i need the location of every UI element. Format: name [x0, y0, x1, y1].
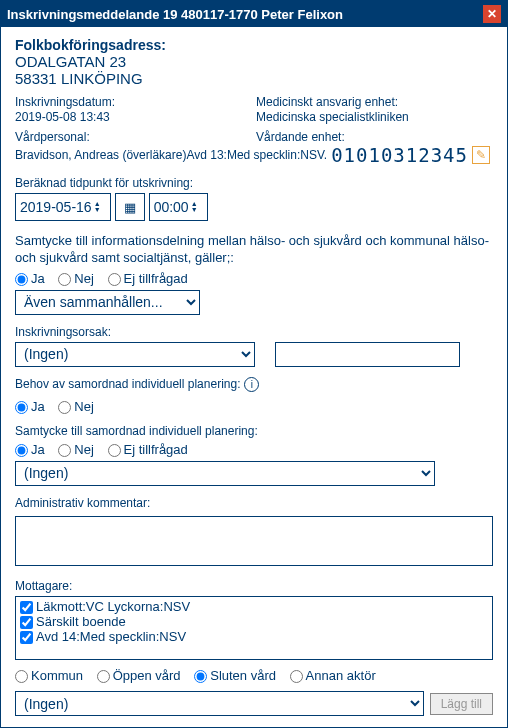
origin-select[interactable]: (Ingen): [15, 691, 424, 716]
origin-oppen-radio[interactable]: [97, 670, 110, 683]
origin-annan[interactable]: Annan aktör: [290, 668, 376, 683]
origin-add-row: (Ingen) Lägg till: [15, 691, 493, 716]
origin-annan-label: Annan aktör: [306, 668, 376, 683]
sip-ja[interactable]: Ja: [15, 399, 45, 414]
admin-comment-label: Administrativ kommentar:: [15, 496, 493, 510]
discharge-date-value: 2019-05-16: [20, 199, 92, 215]
reason-label: Inskrivningsorsak:: [15, 325, 493, 339]
consent2-ja-radio[interactable]: [15, 444, 28, 457]
recipient-item[interactable]: Läkmott:VC Lyckorna:NSV: [20, 599, 488, 614]
consent2-ja-label: Ja: [31, 442, 45, 457]
consent1-scope-select[interactable]: Även sammanhållen...: [15, 290, 200, 315]
consent2-ej-label: Ej tillfrågad: [124, 442, 188, 457]
staff-col: Vårdpersonal:: [15, 130, 252, 144]
dialog-content: Folkbokföringsadress: ODALGATAN 23 58331…: [1, 27, 507, 727]
wardunit-col: Vårdande enhet:: [256, 130, 493, 144]
edit-phone-button[interactable]: ✎: [472, 146, 490, 164]
origin-kommun-radio[interactable]: [15, 670, 28, 683]
discharge-time-value: 00:00: [154, 199, 189, 215]
close-button[interactable]: ✕: [483, 5, 501, 23]
staff-label: Vårdpersonal:: [15, 130, 252, 144]
origin-oppen-label: Öppen vård: [113, 668, 181, 683]
origin-radios: Kommun Öppen vård Sluten vård Annan aktö…: [15, 668, 493, 683]
consent2-ja[interactable]: Ja: [15, 442, 45, 457]
add-recipient-button[interactable]: Lägg till: [430, 693, 493, 715]
medunit-value: Medicinska specialistkliniken: [256, 110, 493, 124]
planned-discharge-label: Beräknad tidpunkt för utskrivning:: [15, 176, 493, 190]
consent2-ej-radio[interactable]: [108, 444, 121, 457]
sip-nej-radio[interactable]: [58, 401, 71, 414]
recipients-list[interactable]: Läkmott:VC Lyckorna:NSV Särskilt boende …: [15, 596, 493, 660]
origin-sluten-label: Sluten vård: [210, 668, 276, 683]
planned-discharge-row: 2019-05-16 ▲ ▼ ▦ 00:00 ▲ ▼: [15, 193, 493, 221]
sip-nej[interactable]: Nej: [58, 399, 94, 414]
origin-kommun[interactable]: Kommun: [15, 668, 83, 683]
recipient-checkbox[interactable]: [20, 601, 33, 614]
address-line-1: ODALGATAN 23: [15, 53, 493, 70]
origin-annan-radio[interactable]: [290, 670, 303, 683]
regdate-value: 2019-05-08 13:43: [15, 110, 252, 124]
wardunit-label: Vårdande enhet:: [256, 130, 493, 144]
consent1-ja-radio[interactable]: [15, 273, 28, 286]
consent1-ja-label: Ja: [31, 271, 45, 286]
consent2-nej-label: Nej: [74, 442, 94, 457]
origin-kommun-label: Kommun: [31, 668, 83, 683]
discharge-time-input[interactable]: 00:00 ▲ ▼: [149, 193, 208, 221]
wardunit-value: Avd 13:Med specklin:NSV.: [186, 148, 327, 162]
consent1-nej-radio[interactable]: [58, 273, 71, 286]
recipient-item[interactable]: Avd 14:Med specklin:NSV: [20, 629, 488, 644]
consent1-ej-label: Ej tillfrågad: [124, 271, 188, 286]
discharge-date-input[interactable]: 2019-05-16 ▲ ▼: [15, 193, 111, 221]
admin-comment-textarea[interactable]: [15, 516, 493, 566]
dialog-window: Inskrivningsmeddelande 19 480117-1770 Pe…: [0, 0, 508, 728]
reason-select[interactable]: (Ingen): [15, 342, 255, 367]
origin-sluten[interactable]: Sluten vård: [194, 668, 276, 683]
address-block: Folkbokföringsadress: ODALGATAN 23 58331…: [15, 37, 493, 87]
consent1-ej[interactable]: Ej tillfrågad: [108, 271, 188, 286]
recipient-checkbox[interactable]: [20, 616, 33, 629]
address-heading: Folkbokföringsadress:: [15, 37, 493, 53]
recipient-item[interactable]: Särskilt boende: [20, 614, 488, 629]
date-spinner[interactable]: ▲ ▼: [94, 201, 106, 213]
sip-block: Behov av samordnad individuell planering…: [15, 377, 259, 392]
consent2-nej-radio[interactable]: [58, 444, 71, 457]
sip-label: Behov av samordnad individuell planering…: [15, 377, 240, 391]
sip-radios: Ja Nej: [15, 399, 493, 414]
reason-freetext-input[interactable]: [275, 342, 460, 367]
calendar-icon: ▦: [124, 200, 136, 215]
calendar-button[interactable]: ▦: [115, 193, 145, 221]
meta-row-2: Vårdpersonal: Vårdande enhet: Bravidson,…: [15, 130, 493, 166]
recipient-checkbox[interactable]: [20, 631, 33, 644]
consent2-nej[interactable]: Nej: [58, 442, 94, 457]
window-title: Inskrivningsmeddelande 19 480117-1770 Pe…: [7, 7, 343, 22]
recipients-label: Mottagare:: [15, 579, 493, 593]
consent1-ja[interactable]: Ja: [15, 271, 45, 286]
time-spinner[interactable]: ▲ ▼: [191, 201, 203, 213]
consent2-select[interactable]: (Ingen): [15, 461, 435, 486]
meta-medunit: Medicinskt ansvarig enhet: Medicinska sp…: [256, 95, 493, 124]
sip-ja-radio[interactable]: [15, 401, 28, 414]
consent2-label: Samtycke till samordnad individuell plan…: [15, 424, 493, 438]
recipient-text: Särskilt boende: [36, 614, 126, 629]
consent2-radios: Ja Nej Ej tillfrågad: [15, 442, 493, 457]
recipient-text: Läkmott:VC Lyckorna:NSV: [36, 599, 190, 614]
consent1-nej[interactable]: Nej: [58, 271, 94, 286]
reason-row: (Ingen): [15, 342, 493, 367]
staff-ward-phone-row: Bravidson, Andreas (överläkare) Avd 13:M…: [15, 144, 493, 166]
sip-info-button[interactable]: i: [244, 377, 259, 392]
info-icon: i: [251, 379, 253, 390]
staff-value: Bravidson, Andreas (överläkare): [15, 148, 186, 162]
sip-ja-label: Ja: [31, 399, 45, 414]
meta-regdate: Inskrivningsdatum: 2019-05-08 13:43: [15, 95, 252, 124]
consent2-ej[interactable]: Ej tillfrågad: [108, 442, 188, 457]
medunit-label: Medicinskt ansvarig enhet:: [256, 95, 493, 109]
consent1-radios: Ja Nej Ej tillfrågad: [15, 271, 493, 286]
phone-number: 01010312345: [331, 144, 468, 166]
sip-nej-label: Nej: [74, 399, 94, 414]
consent1-ej-radio[interactable]: [108, 273, 121, 286]
titlebar: Inskrivningsmeddelande 19 480117-1770 Pe…: [1, 1, 507, 27]
consent1-nej-label: Nej: [74, 271, 94, 286]
chevron-down-icon: ▼: [94, 207, 106, 213]
origin-oppen[interactable]: Öppen vård: [97, 668, 181, 683]
origin-sluten-radio[interactable]: [194, 670, 207, 683]
